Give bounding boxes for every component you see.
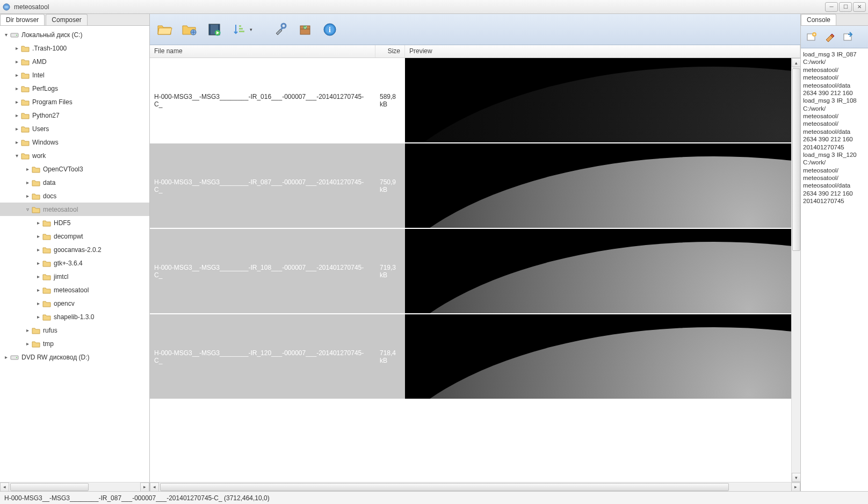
tree-node[interactable]: ▸Intel [0,68,149,82]
expand-icon[interactable]: ▸ [13,45,20,51]
collapse-icon[interactable]: ▿ [24,206,31,212]
tree-node-label: opencv [54,300,75,307]
expand-icon[interactable]: ▸ [13,99,20,105]
close-button[interactable]: ✕ [853,2,866,12]
tab-console[interactable]: Console [801,14,836,25]
open-folder-button[interactable] [155,20,175,39]
center-hscrollbar[interactable]: ◂ ▸ [150,482,800,491]
column-header-preview[interactable]: Preview [405,45,800,57]
scroll-track[interactable] [9,483,140,492]
tree-node[interactable]: ▾work [0,149,149,162]
expand-icon[interactable]: ▸ [34,287,42,293]
tree-node[interactable]: ▸decompwt [0,229,149,243]
tree-node[interactable]: ▸Python27 [0,109,149,122]
tree-node[interactable]: ▿meteosatool [0,203,149,216]
tree-node[interactable]: ▸data [0,176,149,189]
expand-icon[interactable]: ▸ [24,341,31,347]
expand-icon[interactable]: ▸ [24,179,31,185]
expand-icon[interactable]: ▸ [24,166,31,172]
expand-icon[interactable]: ▸ [13,112,20,118]
folder-icon [42,313,52,321]
folder-icon [42,272,52,281]
tab-dir-browser[interactable]: Dir browser [0,14,45,25]
console-new-button[interactable] [804,30,819,45]
expand-icon[interactable]: ▸ [34,260,42,266]
collapse-icon[interactable]: ▾ [2,32,10,38]
file-row[interactable]: H-000-MSG3__-MSG3________-IR_120___-0000… [150,314,791,400]
tools-button[interactable] [271,20,290,39]
tree-node[interactable]: ▸DVD RW дисковод (D:) [0,350,149,364]
tree-node[interactable]: ▸Program Files [0,95,149,109]
tree-node[interactable]: ▸Users [0,122,149,135]
expand-icon[interactable]: ▸ [34,314,42,320]
tree-node[interactable]: ▸Windows [0,135,149,149]
console-clear-button[interactable] [822,30,837,45]
tree-node-label: Intel [32,71,45,79]
scroll-up-arrow[interactable]: ▴ [792,58,800,67]
tree-node[interactable]: ▸.Trash-1000 [0,41,149,55]
tree-node[interactable]: ▸goocanvas-2.0.2 [0,243,149,256]
tree-node[interactable]: ▸PerfLogs [0,82,149,95]
expand-icon[interactable]: ▸ [24,327,31,333]
folder-icon [42,219,52,227]
file-list-vscrollbar[interactable]: ▴ ▾ [791,58,800,482]
expand-icon[interactable]: ▸ [13,126,20,132]
tab-composer[interactable]: Composer [46,14,87,25]
expand-icon[interactable]: ▸ [24,193,31,199]
folder-settings-button[interactable] [180,20,199,39]
expand-icon[interactable]: ▸ [34,233,42,239]
expand-icon[interactable]: ▸ [2,354,10,360]
tree-node[interactable]: ▸AMD [0,55,149,68]
tree-node[interactable]: ▸OpenCVTool3 [0,162,149,176]
film-button[interactable] [205,20,224,39]
scroll-thumb[interactable] [792,68,800,251]
tree-node[interactable]: ▸shapelib-1.3.0 [0,310,149,323]
tree-node[interactable]: ▸meteosatool [0,283,149,297]
file-row[interactable]: H-000-MSG3__-MSG3________-IR_016___-0000… [150,58,791,143]
directory-tree[interactable]: ▾Локальный диск (C:)▸.Trash-1000▸AMD▸Int… [0,26,149,482]
expand-icon[interactable]: ▸ [34,273,42,279]
collapse-icon[interactable]: ▾ [13,153,20,159]
expand-icon[interactable]: ▸ [13,85,20,91]
left-hscrollbar[interactable]: ◂ ▸ [0,482,149,491]
file-row[interactable]: H-000-MSG3__-MSG3________-IR_087___-0000… [150,143,791,229]
console-line: meteosatool/ [803,66,866,74]
expand-icon[interactable]: ▸ [34,220,42,226]
scroll-right-arrow[interactable]: ▸ [791,483,800,492]
info-button[interactable]: i [320,20,339,39]
scroll-right-arrow[interactable]: ▸ [140,483,149,492]
console-line: 2634 390 212 160 [803,190,866,197]
expand-icon[interactable]: ▸ [13,72,20,78]
scroll-thumb[interactable] [160,483,729,491]
scroll-thumb[interactable] [10,483,89,491]
tree-node[interactable]: ▸HDF5 [0,216,149,229]
sort-dropdown[interactable]: ▾ [229,20,252,39]
minimize-button[interactable]: ─ [825,2,838,12]
tree-node[interactable]: ▸docs [0,189,149,203]
console-save-button[interactable] [841,30,856,45]
expand-icon[interactable]: ▸ [34,247,42,253]
expand-icon[interactable]: ▸ [13,59,20,64]
tree-node[interactable]: ▸jimtcl [0,270,149,283]
column-header-size[interactable]: Size [375,45,405,57]
scroll-track[interactable] [159,483,791,492]
tree-node[interactable]: ▸tmp [0,337,149,350]
package-button[interactable] [295,20,315,39]
scroll-down-arrow[interactable]: ▾ [792,473,800,482]
sort-button[interactable] [229,20,249,39]
tree-node[interactable]: ▸opencv [0,297,149,310]
folder-icon [20,44,30,53]
scroll-track[interactable] [792,67,800,473]
file-row[interactable]: H-000-MSG3__-MSG3________-IR_108___-0000… [150,229,791,314]
scroll-left-arrow[interactable]: ◂ [150,483,159,492]
column-header-filename[interactable]: File name [150,45,375,57]
expand-icon[interactable]: ▸ [13,139,20,145]
tree-node-label: Windows [32,139,59,146]
expand-icon[interactable]: ▸ [34,300,42,306]
tree-node[interactable]: ▸gtk+-3.6.4 [0,256,149,270]
scroll-left-arrow[interactable]: ◂ [0,483,9,492]
tree-node[interactable]: ▸rufus [0,323,149,337]
tree-node[interactable]: ▾Локальный диск (C:) [0,28,149,41]
file-size-cell: 750,9 kB [375,143,405,228]
maximize-button[interactable]: ☐ [839,2,852,12]
